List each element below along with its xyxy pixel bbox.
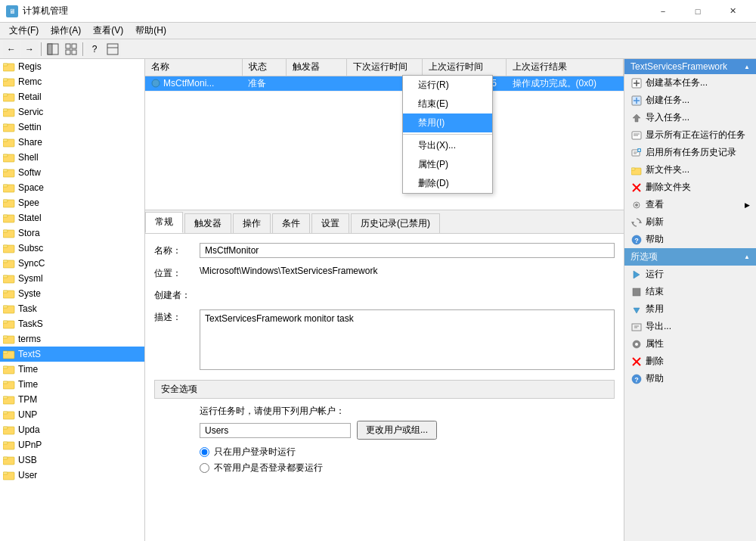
- sidebar-item-retail[interactable]: Retail: [0, 89, 144, 104]
- context-menu-props[interactable]: 属性(P): [403, 155, 492, 174]
- sidebar-item-subsc[interactable]: Subsc: [0, 241, 144, 256]
- sidebar-item-label-syste: Syste: [18, 288, 41, 299]
- view-arrow-icon: ▶: [745, 201, 750, 209]
- sidebar-item-tpm[interactable]: TPM: [0, 392, 144, 407]
- sidebar-item-remc[interactable]: Remc: [0, 74, 144, 89]
- back-button[interactable]: ←: [3, 41, 20, 58]
- forward-button[interactable]: →: [21, 41, 38, 58]
- right-refresh[interactable]: 刷新: [624, 213, 756, 231]
- menu-help[interactable]: 帮助(H): [129, 23, 172, 39]
- right-enable-history[interactable]: 启用所有任务历史记录: [624, 144, 756, 161]
- sidebar-item-tasks[interactable]: TaskS: [0, 316, 144, 331]
- sidebar-item-label-sysml: Sysml: [18, 273, 43, 284]
- sidebar-item-task[interactable]: Task: [0, 301, 144, 316]
- run-user-value: 运行任务时，请使用下列用户帐户： 更改用户或组... 只在用户登录时运行: [200, 405, 615, 474]
- right-view[interactable]: 查看 ▶: [624, 196, 756, 213]
- tab-general[interactable]: 常规: [145, 212, 183, 233]
- sidebar-item-share[interactable]: Share: [0, 135, 144, 150]
- sidebar-item-space[interactable]: Space: [0, 180, 144, 195]
- sidebar-item-terms[interactable]: terms: [0, 331, 144, 347]
- right-sel-export[interactable]: 导出...: [624, 318, 756, 335]
- detail-name-input[interactable]: [200, 243, 615, 258]
- sidebar-item-time2[interactable]: Time: [0, 377, 144, 392]
- sidebar-item-usb[interactable]: USB: [0, 452, 144, 468]
- folder-icon: [3, 76, 15, 87]
- sidebar-item-time[interactable]: Time: [0, 362, 144, 377]
- sidebar-item-regis[interactable]: Regis: [0, 59, 144, 74]
- right-sel-props[interactable]: 属性: [624, 335, 756, 353]
- sidebar-item-softw[interactable]: Softw: [0, 165, 144, 180]
- context-menu-delete[interactable]: 删除(D): [403, 174, 492, 193]
- tab-history[interactable]: 历史记录(已禁用): [351, 213, 440, 233]
- sidebar-item-servic[interactable]: Servic: [0, 104, 144, 120]
- detail-location-text: \Microsoft\Windows\TextServicesFramework: [200, 264, 377, 278]
- right-delete-folder[interactable]: 删除文件夹: [624, 179, 756, 196]
- sidebar-item-spee[interactable]: Spee: [0, 195, 144, 210]
- run-user-input[interactable]: [200, 423, 351, 438]
- sidebar-item-unp[interactable]: UNP: [0, 407, 144, 422]
- right-selected-title-text: 所选项: [631, 250, 658, 263]
- tab-settings[interactable]: 设置: [311, 213, 349, 233]
- view-button[interactable]: [63, 41, 79, 58]
- tab-trigger[interactable]: 触发器: [184, 213, 231, 233]
- context-menu-end[interactable]: 结束(E): [403, 95, 492, 113]
- right-create-task[interactable]: 创建任务...: [624, 92, 756, 109]
- right-sel-disable[interactable]: 禁用: [624, 300, 756, 318]
- right-main-section-title[interactable]: TextServicesFramework ▲: [624, 59, 756, 74]
- sidebar-item-settin[interactable]: Settin: [0, 120, 144, 135]
- radio-always-label: 不管用户是否登录都要运行: [214, 462, 323, 474]
- right-help-main[interactable]: ? 帮助: [624, 231, 756, 248]
- extra-button[interactable]: [104, 41, 121, 58]
- sidebar-item-label-user: User: [18, 470, 37, 480]
- right-sel-run[interactable]: 运行: [624, 266, 756, 283]
- radio-item-logged-in[interactable]: 只在用户登录时运行: [200, 446, 615, 459]
- table-row[interactable]: MsCtfMoni... 准备 2021/7/3 8:19:15 操作成功完成。…: [145, 76, 624, 91]
- detail-desc-textarea[interactable]: TextServicesFramework monitor task: [200, 309, 615, 370]
- right-new-folder[interactable]: 新文件夹...: [624, 161, 756, 179]
- close-button[interactable]: ✕: [715, 0, 750, 23]
- menu-action[interactable]: 操作(A): [45, 23, 87, 39]
- sidebar-item-statel[interactable]: Statel: [0, 210, 144, 225]
- sidebar-item-shell[interactable]: Shell: [0, 150, 144, 165]
- change-user-button[interactable]: 更改用户或组...: [357, 421, 437, 440]
- sidebar-item-syncc[interactable]: SyncC: [0, 256, 144, 271]
- sidebar-item-sysml[interactable]: Sysml: [0, 271, 144, 286]
- context-menu-run[interactable]: 运行(R): [403, 76, 492, 95]
- show-hide-button[interactable]: [45, 41, 61, 58]
- svg-rect-47: [3, 351, 8, 353]
- sidebar-item-texts[interactable]: TextS: [0, 347, 144, 362]
- folder-icon: [3, 228, 15, 238]
- context-menu-export[interactable]: 导出(X)...: [403, 136, 492, 155]
- menu-view[interactable]: 查看(V): [87, 23, 129, 39]
- delete-folder-icon: [631, 182, 643, 194]
- svg-marker-71: [633, 114, 640, 122]
- folder-icon: [3, 92, 15, 102]
- svg-rect-9: [3, 64, 8, 66]
- maximize-button[interactable]: □: [680, 0, 715, 23]
- radio-logged-in[interactable]: [200, 447, 209, 457]
- import-task-icon: [631, 112, 643, 124]
- right-sel-end[interactable]: 结束: [624, 283, 756, 300]
- menu-file[interactable]: 文件(F): [3, 23, 45, 39]
- right-sel-help[interactable]: ? 帮助: [624, 370, 756, 387]
- radio-item-always[interactable]: 不管用户是否登录都要运行: [200, 462, 615, 474]
- sidebar-item-syste[interactable]: Syste: [0, 286, 144, 301]
- sidebar-item-upnp[interactable]: UPnP: [0, 437, 144, 452]
- right-show-running[interactable]: 显示所有正在运行的任务: [624, 126, 756, 144]
- right-import-task[interactable]: 导入任务...: [624, 109, 756, 126]
- minimize-button[interactable]: −: [646, 0, 680, 23]
- right-selected-section-title[interactable]: 所选项 ▲: [624, 248, 756, 266]
- radio-always[interactable]: [200, 463, 209, 473]
- help-button[interactable]: ?: [86, 41, 103, 58]
- right-create-basic[interactable]: 创建基本任务...: [624, 74, 756, 92]
- svg-rect-29: [3, 215, 8, 217]
- sidebar-item-user[interactable]: User: [0, 468, 144, 483]
- right-sel-delete[interactable]: 删除: [624, 353, 756, 370]
- tab-action[interactable]: 操作: [233, 213, 271, 233]
- tab-condition[interactable]: 条件: [272, 213, 310, 233]
- folder-icon: [3, 334, 15, 344]
- context-menu-disable[interactable]: 禁用(I): [403, 113, 492, 132]
- sidebar-item-stora[interactable]: Stora: [0, 225, 144, 241]
- sidebar-item-upda[interactable]: Upda: [0, 422, 144, 437]
- right-refresh-label: 刷新: [646, 216, 664, 229]
